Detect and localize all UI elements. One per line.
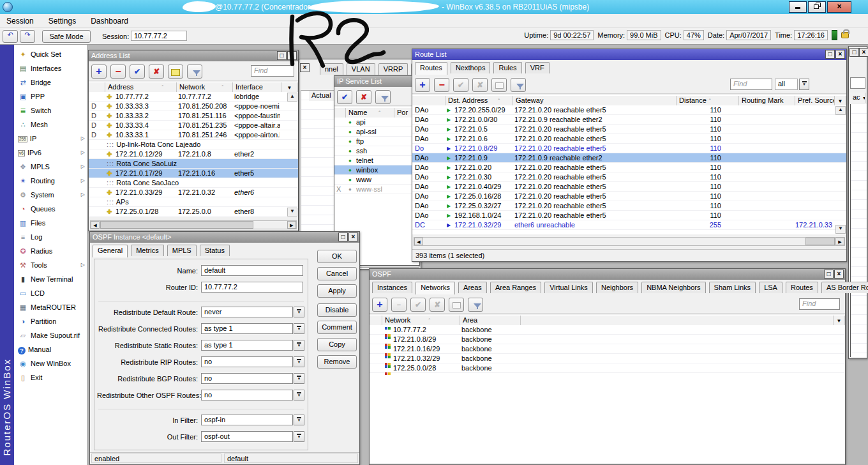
remove-button[interactable]: − [110,65,126,79]
sidebar-item[interactable]: ⇄Bridge [14,75,87,89]
filter-button[interactable] [375,90,391,104]
scroll-down-button[interactable]: ▼ [835,225,846,234]
field-input[interactable]: ospf-out [201,431,293,442]
window-title[interactable]: OSPF [370,269,845,280]
tab[interactable]: Routes [415,62,447,75]
tab[interactable]: Nexthops [451,62,490,73]
remove-button[interactable]: − [391,298,407,312]
distance-column-header[interactable]: Distanceˆ [677,96,739,106]
sidebar-item[interactable]: ▦MetaROUTER [14,300,87,314]
sidebar-item[interactable]: ▮New Terminal [14,272,87,286]
flags-column-header[interactable] [370,316,382,326]
service-row[interactable]: ● www [334,175,419,185]
ospf-network-row[interactable]: 172.21.0.8/29 backbone [370,335,845,344]
field-input[interactable]: as type 1 [201,323,293,334]
close-button[interactable]: × [827,1,851,13]
comment-button[interactable] [491,78,507,92]
tab[interactable]: Networks [415,282,455,294]
enable-button[interactable]: ✔ [337,90,352,104]
flags-column-header[interactable] [412,96,445,106]
interface-column-header[interactable]: Interface [233,82,281,93]
address-row[interactable]: ✚ ::: Up-link-Rota Conc Lajeado [89,140,298,149]
filter-scope-select[interactable]: all [775,79,798,90]
horizontal-scrollbar[interactable]: ◀ ▶ [90,220,297,229]
service-row[interactable]: ● telnet [334,156,419,165]
scroll-up-button[interactable]: ▲ [287,93,297,102]
sidebar-item[interactable]: ▣PPP [14,89,87,103]
tab[interactable]: Sham Links [709,282,756,293]
comment-button[interactable] [168,65,183,79]
tab[interactable]: Virtual Links [544,282,593,293]
close-button[interactable]: × [834,270,844,278]
name-column-header[interactable]: Nameˆ [346,108,394,118]
sidebar-item[interactable]: ⚒Tools ▷ [14,258,87,272]
tab[interactable]: Instances [372,282,412,293]
field-input[interactable]: no [201,390,293,400]
sidebar-item[interactable]: ≣Switch [14,103,87,118]
sidebar-item[interactable]: ⚙System ▷ [14,188,87,202]
gateway-column-header[interactable]: Gateway [513,96,677,106]
enable-button[interactable]: ✔ [130,65,145,79]
route-row[interactable]: DC ▶ 172.21.0.32/29 ether6 unreachable 2… [412,220,846,230]
window-title[interactable]: Address List [89,50,298,61]
column-header[interactable]: ac ▼ [850,93,865,103]
scrollbar-thumb[interactable] [805,238,835,245]
service-row[interactable]: ● api-ssl [334,127,419,137]
address-row[interactable]: D ✚ 10.33.33.4 170.81.251.235 <pppoe-alt… [89,121,298,130]
sidebar-item[interactable]: ▯Exit [14,370,87,385]
tab[interactable]: General [93,245,128,257]
address-row[interactable]: ✚ 172.25.0.1/28 172.25.0.0 ether8 ::: [89,207,298,217]
address-row[interactable]: ✚ 172.21.0.33/29 172.21.0.32 ether6 ::: [89,188,298,197]
maximize-button[interactable]: □ [338,232,348,241]
sidebar-item[interactable]: ✴Routing ▷ [14,174,87,188]
route-row[interactable]: DAo ▶ 172.21.0.0/30 172.21.0.9 reachable… [412,115,846,125]
column-select-button[interactable]: ▼ [834,316,845,326]
route-row[interactable]: DAo ▶ 172.21.0.5 172.21.0.20 reachable e… [412,125,846,134]
disable-button[interactable]: ✘ [472,78,488,92]
route-row[interactable]: DAo ▶ 172.21.0.30 172.21.0.20 reachable … [412,172,846,182]
window-title[interactable]: IP Service List [334,76,419,87]
horizontal-scrollbar[interactable]: ◀ ▶ [414,237,845,246]
dropdown-button[interactable]: ▼ [799,79,809,90]
tab[interactable]: VRRP [378,63,408,75]
sidebar-item[interactable]: ▤Interfaces [14,61,87,75]
dropdown-button[interactable]: ▼ [294,307,304,317]
scroll-down-button[interactable]: ▼ [287,208,297,217]
menu-item[interactable]: Dashboard [84,14,135,27]
tab[interactable]: Area Ranges [490,282,541,293]
scroll-up-button[interactable]: ▲ [835,106,846,115]
routing-mark-column-header[interactable]: Routing Mark [739,96,795,106]
sidebar-item[interactable]: ◉New WinBox [14,356,87,370]
sidebar-item[interactable]: ?Manual [14,342,87,356]
column-select-button[interactable]: ▼ [835,96,846,106]
field-input[interactable]: never [201,307,293,317]
service-row[interactable]: ● ssh [334,146,419,156]
menu-item[interactable]: Settings [42,14,82,27]
sidebar-item[interactable]: 255IP ▷ [14,132,87,146]
tab[interactable]: Areas [458,282,487,293]
tab[interactable]: Metrics [131,245,163,256]
tab[interactable]: VLAN [347,63,375,75]
scroll-left-button[interactable]: ◀ [91,221,100,229]
address-row[interactable]: D ✚ 10.33.33.3 170.81.250.208 <pppoe-noe… [89,102,298,111]
tab[interactable]: Status [200,245,230,256]
maximize-button[interactable]: □ [824,270,834,278]
tab[interactable]: LSA [759,282,782,293]
action-button[interactable]: Remove [317,355,357,369]
redo-button[interactable]: ↷ [20,30,35,43]
ospf-network-row[interactable]: 10.77.77.2 backbone [370,325,845,335]
filter-button[interactable] [511,78,526,92]
flags-column-header[interactable] [334,108,346,118]
enable-button[interactable]: ✔ [410,298,426,312]
disable-button[interactable]: ✘ [356,90,371,104]
action-button[interactable]: Copy [317,338,357,351]
window-title[interactable]: Route List [412,49,846,60]
sidebar-item[interactable]: ▥Files [14,216,87,230]
service-row[interactable]: ● winbox [334,165,419,175]
address-row[interactable]: ✚ ::: APs [89,197,298,207]
disable-button[interactable]: ✘ [430,298,445,312]
action-button[interactable]: Disable [317,303,357,317]
find-input[interactable]: Find [251,65,294,77]
service-row[interactable]: ● ftp [334,137,419,146]
route-row[interactable]: DAo ▶ 172.21.0.9 172.21.0.9 reachable et… [412,153,846,163]
